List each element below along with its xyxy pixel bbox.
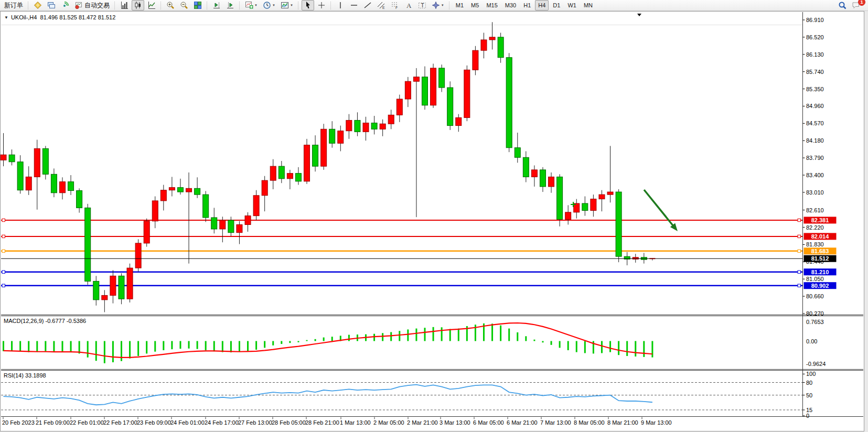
toolbar-separator [207,2,208,9]
timeframe-button-M15[interactable]: M15 [483,0,500,10]
svg-text:A: A [406,2,412,9]
timeframe-button-M30[interactable]: M30 [502,0,519,10]
svg-text:E: E [382,6,385,9]
line-chart-button[interactable] [145,0,158,10]
chevron-down-icon: ▼ [272,4,275,7]
bar-chart-button[interactable] [118,0,131,10]
charm-icon [34,1,42,9]
add-indicator-icon [245,1,253,9]
crosshair-button[interactable] [315,0,328,10]
templates-icon [281,1,289,9]
autotrade-icon [74,1,83,9]
notifications-button[interactable]: 1 [850,0,862,10]
timeframe-button-M5[interactable]: M5 [468,0,482,10]
symbol-period-label: UKOil-,H4 [11,14,37,20]
timeframe-button-M1[interactable]: M1 [453,0,467,10]
toolbar-right-group: 1 [835,0,863,10]
autotrade-button-label: 自动交易 [84,1,110,10]
auto-scroll-button[interactable] [210,0,223,10]
auto-scroll-icon [212,1,221,9]
computers-icon [47,1,56,9]
tile-windows-icon [194,1,202,9]
timeframe-button-W1[interactable]: W1 [564,0,580,10]
chart-window [0,11,864,431]
text-button[interactable]: A [402,0,415,10]
candlestick-chart-icon [134,1,142,9]
periodicity-clock-icon [263,1,271,9]
signal-icon [61,1,69,9]
tile-windows-button[interactable] [191,0,204,10]
search-icon [838,1,846,9]
equidistant-channel-button[interactable]: E [375,0,388,10]
toolbar-separator [330,2,331,9]
timeframe-button-H4[interactable]: H4 [535,0,549,10]
cursor-button[interactable] [302,0,314,10]
horizontal-line-button[interactable] [348,0,360,10]
new-order-button[interactable]: 新订单 [2,0,25,10]
horizontal-line-icon [350,1,358,9]
toolbar-separator [114,2,115,9]
zoom-in-icon [166,1,175,9]
text-label-button[interactable]: T [416,0,428,10]
toolbar-separator [160,2,162,9]
shapes-icon [432,1,440,9]
chevron-down-icon: ▼ [254,4,258,7]
rsi-indicator-label: RSI(14) 33.1898 [4,372,46,379]
text-label-icon: T [418,1,426,9]
zoom-out-button[interactable] [178,0,190,10]
toolbar-separator [28,2,29,9]
ohlc-values: 81.496 81.525 81.472 81.512 [40,14,116,20]
chart-shift-button[interactable] [224,0,237,10]
main-toolbar: 新订单自动交易▼▼▼EFAT▼M1M5M15M30H1H4D1W1MN1 [0,0,868,11]
zoom-in-button[interactable] [164,0,177,10]
crosshair-icon [317,1,326,9]
search-button[interactable] [836,0,849,10]
computers-button[interactable] [45,0,58,10]
vertical-line-icon [336,1,345,9]
candlestick-chart-button[interactable] [132,0,144,10]
charm-button[interactable] [31,0,44,10]
timeframe-button-MN[interactable]: MN [581,0,596,10]
add-indicator-button[interactable]: ▼ [243,0,260,10]
chevron-down-icon: ▼ [441,4,444,7]
vertical-line-button[interactable] [334,0,347,10]
bar-chart-icon [120,1,128,9]
notification-badge: 1 [858,0,865,6]
chart-shift-icon [226,1,234,9]
collapse-arrow-icon[interactable]: ▼ [4,15,8,20]
cursor-icon [304,1,312,9]
fibonacci-button[interactable]: F [389,0,401,10]
signal-button[interactable] [59,0,71,10]
timeframe-button-H1[interactable]: H1 [520,0,534,10]
line-chart-icon [147,1,156,9]
periodicity-button[interactable]: ▼ [261,0,277,10]
zoom-out-icon [180,1,188,9]
toolbar-separator [239,2,240,9]
autotrade-button[interactable]: 自动交易 [72,0,112,10]
toolbar-separator [298,2,299,9]
trendline-icon [363,1,372,9]
toolbar-separator [449,2,450,9]
chevron-down-icon: ▼ [290,4,293,7]
fibonacci-icon: F [391,1,399,9]
svg-text:F: F [395,6,398,9]
chart-ohlc-header: ▼UKOil-,H4 81.496 81.525 81.472 81.512 [4,14,115,20]
new-order-button-label: 新订单 [4,1,23,10]
equidistant-channel-icon: E [377,1,385,9]
svg-text:T: T [421,3,424,8]
trendline-button[interactable] [361,0,374,10]
timeframe-button-D1[interactable]: D1 [550,0,563,10]
text-icon: A [404,1,413,9]
shapes-button[interactable]: ▼ [430,0,446,10]
macd-indicator-label: MACD(12,26,9) -0.6777 -0.5386 [4,318,86,324]
templates-button[interactable]: ▼ [278,0,295,10]
